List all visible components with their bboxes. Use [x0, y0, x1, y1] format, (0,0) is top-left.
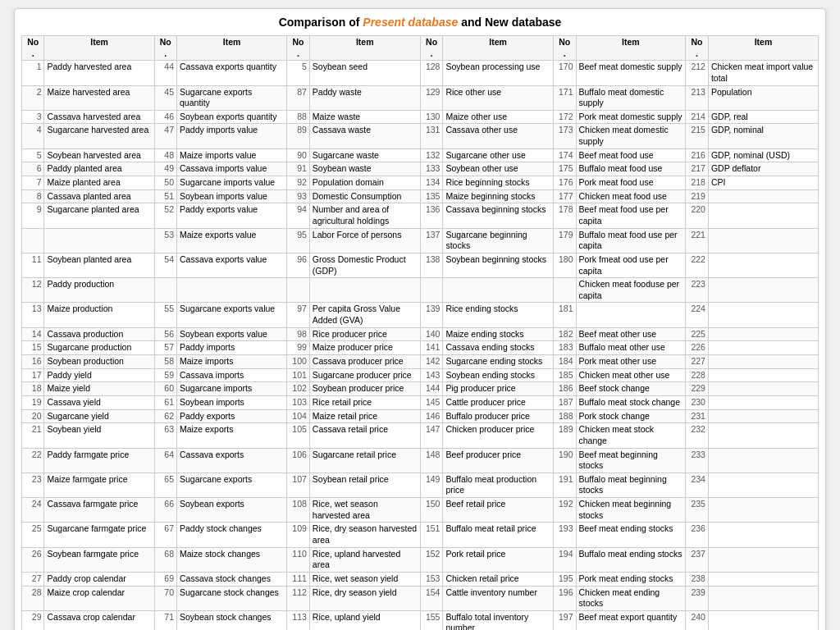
cell-item-r11-c5: [708, 278, 818, 303]
cell-no-r26-c3: 153: [420, 572, 443, 586]
cell-item-r21-c3: Beef producer price: [443, 448, 553, 472]
cell-item-r22-c0: Maize farmgate price: [44, 472, 154, 497]
cell-no-r4-c2: 90: [287, 148, 310, 162]
cell-no-r25-c2: 110: [287, 547, 310, 572]
table-row: 53Maize exports value95Labor Force of pe…: [22, 228, 819, 253]
cell-item-r15-c1: Maize imports: [177, 355, 287, 369]
cell-item-r6-c1: Sugarcane imports value: [177, 176, 287, 190]
table-row: 19Cassava yield61Soybean imports103Rice …: [22, 395, 819, 409]
cell-no-r21-c3: 148: [420, 448, 443, 472]
cell-item-r4-c1: Maize imports value: [177, 148, 287, 162]
cell-item-r14-c4: Buffalo meat other use: [576, 341, 686, 355]
cell-item-r17-c5: [708, 382, 818, 396]
table-row: 17Paddy yield59Cassava imports101Sugarca…: [22, 368, 819, 382]
cell-item-r7-c3: Maize beginning stocks: [443, 189, 553, 203]
cell-item-r0-c0: Paddy harvested area: [44, 61, 154, 85]
col4-item-header: Item: [443, 36, 553, 61]
cell-item-r28-c1: Soybean stock changes: [177, 610, 287, 630]
cell-item-r8-c0: Sugarcane planted area: [44, 203, 154, 228]
cell-item-r3-c5: GDP, nominal: [708, 124, 818, 148]
cell-item-r21-c4: Beef meat beginning stocks: [576, 448, 686, 472]
cell-no-r9-c2: 95: [287, 228, 310, 253]
table-row: 24Cassava farmgate price66Soybean export…: [22, 498, 819, 523]
cell-item-r14-c1: Paddy imports: [177, 341, 287, 355]
cell-no-r16-c4: 185: [553, 368, 576, 382]
cell-item-r17-c1: Sugarcane imports: [177, 382, 287, 396]
cell-item-r1-c5: Population: [708, 85, 818, 110]
cell-no-r20-c1: 63: [154, 423, 176, 448]
cell-item-r4-c4: Beef meat food use: [576, 148, 686, 162]
cell-item-r12-c2: Per capita Gross Value Added (GVA): [309, 303, 420, 327]
cell-item-r4-c2: Sugarcane waste: [309, 148, 420, 162]
table-row: 14Cassava production56Soybean exports va…: [22, 327, 819, 341]
cell-no-r22-c1: 65: [154, 472, 176, 497]
cell-no-r13-c0: 14: [22, 327, 44, 341]
cell-no-r20-c2: 105: [287, 423, 310, 448]
cell-item-r6-c5: CPI: [708, 176, 818, 190]
cell-item-r3-c1: Paddy imports value: [177, 124, 287, 148]
cell-no-r1-c3: 129: [420, 85, 443, 110]
cell-item-r26-c1: Cassava stock changes: [177, 572, 287, 586]
cell-no-r23-c5: 235: [686, 498, 709, 523]
cell-no-r23-c2: 108: [287, 498, 310, 523]
cell-item-r1-c1: Sugarcane exports quantity: [177, 85, 287, 110]
cell-no-r10-c0: 11: [22, 253, 44, 277]
cell-no-r14-c3: 141: [420, 341, 443, 355]
cell-no-r16-c1: 59: [154, 368, 176, 382]
table-row: 20Sugarcane yield62Paddy exports104Maize…: [22, 409, 819, 423]
cell-no-r17-c0: 18: [22, 382, 44, 396]
cell-item-r21-c0: Paddy farmgate price: [44, 448, 154, 472]
cell-no-r8-c1: 52: [154, 203, 176, 228]
cell-item-r24-c1: Paddy stock changes: [177, 523, 287, 547]
cell-item-r24-c4: Beef meat ending stocks: [576, 523, 686, 547]
cell-no-r3-c0: 4: [22, 124, 44, 148]
cell-no-r10-c1: 54: [154, 253, 176, 277]
page-title: Comparison of Present database and New d…: [21, 16, 819, 29]
cell-no-r14-c4: 183: [553, 341, 576, 355]
cell-no-r13-c5: 225: [686, 327, 709, 341]
title-highlight: Present database: [363, 16, 458, 29]
cell-item-r5-c0: Paddy planted area: [44, 162, 154, 176]
cell-item-r16-c1: Cassava imports: [177, 368, 287, 382]
table-row: 16Soybean production58Maize imports100Ca…: [22, 355, 819, 369]
cell-no-r11-c3: [420, 278, 443, 303]
col2-no-header: No.: [154, 36, 176, 61]
cell-item-r5-c5: GDP deflator: [708, 162, 818, 176]
cell-item-r22-c1: Sugarcane exports: [177, 472, 287, 497]
cell-no-r16-c3: 143: [420, 368, 443, 382]
cell-item-r3-c0: Sugarcane harvested area: [44, 124, 154, 148]
cell-item-r10-c4: Pork fmeat ood use per capita: [576, 253, 686, 277]
cell-item-r4-c5: GDP, nominal (USD): [708, 148, 818, 162]
cell-no-r19-c1: 62: [154, 409, 176, 423]
cell-no-r8-c2: 94: [287, 203, 310, 228]
cell-item-r25-c3: Pork retail price: [443, 547, 553, 572]
cell-no-r2-c5: 214: [686, 110, 709, 124]
cell-no-r16-c0: 17: [22, 368, 44, 382]
cell-no-r25-c4: 194: [553, 547, 576, 572]
cell-item-r0-c4: Beef meat domestic supply: [576, 61, 686, 85]
cell-no-r6-c2: 92: [287, 176, 310, 190]
table-row: 4Sugarcane harvested area47Paddy imports…: [22, 124, 819, 148]
cell-no-r11-c0: 12: [22, 278, 44, 303]
cell-no-r5-c4: 175: [553, 162, 576, 176]
cell-no-r7-c3: 135: [420, 189, 443, 203]
cell-item-r15-c5: [708, 355, 818, 369]
cell-no-r18-c0: 19: [22, 395, 44, 409]
cell-no-r28-c1: 71: [154, 610, 176, 630]
cell-no-r4-c1: 48: [154, 148, 176, 162]
cell-no-r20-c0: 21: [22, 423, 44, 448]
cell-no-r5-c2: 91: [287, 162, 310, 176]
cell-no-r24-c4: 193: [553, 523, 576, 547]
cell-item-r21-c2: Sugarcane retail price: [309, 448, 420, 472]
cell-no-r23-c4: 192: [553, 498, 576, 523]
cell-no-r3-c2: 89: [287, 124, 310, 148]
cell-no-r0-c5: 212: [686, 61, 709, 85]
cell-no-r17-c3: 144: [420, 382, 443, 396]
cell-no-r16-c5: 228: [686, 368, 709, 382]
cell-item-r6-c0: Maize planted area: [44, 176, 154, 190]
cell-item-r10-c1: Cassava exports value: [177, 253, 287, 277]
cell-item-r25-c4: Buffalo meat ending stocks: [576, 547, 686, 572]
cell-item-r4-c3: Sugarcane other use: [443, 148, 553, 162]
cell-no-r21-c0: 22: [22, 448, 44, 472]
cell-no-r7-c4: 177: [553, 189, 576, 203]
